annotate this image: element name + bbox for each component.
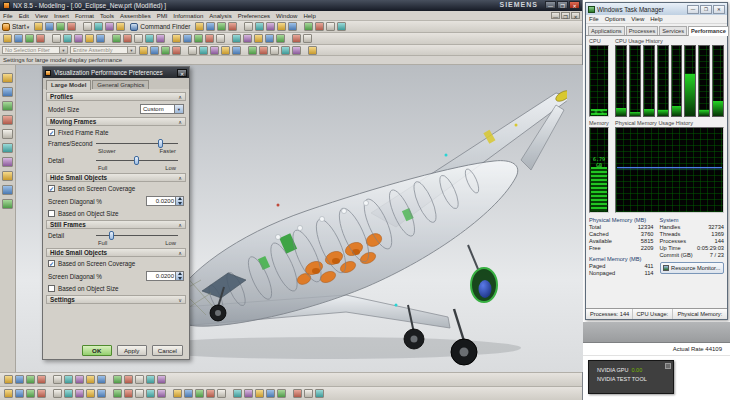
hide-small-still-collapse-icon[interactable]: ∧ bbox=[178, 250, 182, 256]
toolbar-icon[interactable] bbox=[14, 34, 23, 43]
toolbar-icon[interactable] bbox=[308, 46, 317, 55]
toolbar-icon[interactable] bbox=[45, 22, 54, 31]
toolbar-icon[interactable] bbox=[36, 34, 45, 43]
toolbar-icon[interactable] bbox=[206, 389, 215, 398]
toolbar-icon[interactable] bbox=[233, 389, 242, 398]
toolbar-icon[interactable] bbox=[217, 22, 226, 31]
toolbar-icon[interactable] bbox=[15, 389, 24, 398]
toolbar-icon[interactable] bbox=[221, 46, 230, 55]
toolbar-icon[interactable] bbox=[2, 73, 13, 83]
toolbar-icon[interactable] bbox=[2, 157, 13, 167]
toolbar-icon[interactable] bbox=[74, 34, 83, 43]
tm-minimize-button[interactable]: — bbox=[687, 5, 699, 14]
toolbar-icon[interactable] bbox=[2, 129, 13, 139]
still-screen-diagonal-spinner[interactable] bbox=[175, 272, 183, 280]
toolbar-icon[interactable] bbox=[25, 34, 34, 43]
section-still-frames[interactable]: Still Frames ∧ bbox=[46, 220, 186, 229]
task-manager-title-bar[interactable]: Windows Task Manager — ❐ ✕ bbox=[586, 3, 727, 15]
toolbar-icon[interactable] bbox=[281, 46, 290, 55]
toolbar-icon[interactable] bbox=[53, 375, 62, 384]
dialog-title-bar[interactable]: Visualization Performance Preferences ✕ bbox=[43, 67, 189, 78]
still-detail-slider-thumb[interactable] bbox=[109, 231, 114, 240]
command-finder-button[interactable]: Command Finder bbox=[130, 23, 190, 31]
toolbar-icon[interactable] bbox=[146, 375, 155, 384]
toolbar-icon[interactable] bbox=[64, 375, 73, 384]
resource-monitor-button[interactable]: Resource Monitor... bbox=[660, 262, 725, 274]
toolbar-icon[interactable] bbox=[94, 22, 103, 31]
settings-expand-icon[interactable]: ∨ bbox=[178, 297, 182, 303]
toolbar-icon[interactable] bbox=[244, 389, 253, 398]
toolbar-icon[interactable] bbox=[124, 375, 133, 384]
menu-format[interactable]: Format bbox=[72, 13, 97, 19]
toolbar-icon[interactable] bbox=[188, 46, 197, 55]
still-frames-collapse-icon[interactable]: ∧ bbox=[178, 222, 182, 228]
toolbar-icon[interactable] bbox=[304, 22, 313, 31]
toolbar-icon[interactable] bbox=[53, 389, 62, 398]
toolbar-icon[interactable] bbox=[157, 389, 166, 398]
toolbar-icon[interactable] bbox=[97, 375, 106, 384]
tm-menu-options[interactable]: Options bbox=[602, 16, 629, 22]
moving-screen-diagonal-spinner[interactable] bbox=[175, 197, 183, 205]
tm-tab-processes[interactable]: Processes bbox=[626, 26, 659, 35]
still-screen-diagonal-input[interactable]: 0.0200 bbox=[146, 271, 184, 281]
toolbar-icon[interactable] bbox=[184, 389, 193, 398]
toolbar-icon[interactable] bbox=[4, 375, 13, 384]
toolbar-icon[interactable] bbox=[52, 34, 61, 43]
profiles-collapse-icon[interactable]: ∧ bbox=[178, 94, 182, 100]
tm-menu-view[interactable]: View bbox=[628, 16, 647, 22]
toolbar-icon[interactable] bbox=[63, 34, 72, 43]
toolbar-icon[interactable] bbox=[304, 389, 313, 398]
toolbar-icon[interactable] bbox=[156, 34, 165, 43]
toolbar-icon[interactable] bbox=[210, 46, 219, 55]
toolbar-icon[interactable] bbox=[172, 46, 181, 55]
toolbar-icon[interactable] bbox=[161, 46, 170, 55]
still-detail-slider[interactable] bbox=[96, 231, 178, 240]
toolbar-icon[interactable] bbox=[56, 22, 65, 31]
menu-view[interactable]: View bbox=[32, 13, 51, 19]
tab-large-model[interactable]: Large Model bbox=[46, 80, 91, 90]
selection-filter-combo[interactable]: No Selection Filter ▾ bbox=[2, 46, 68, 54]
toolbar-icon[interactable] bbox=[85, 34, 94, 43]
toolbar-icon[interactable] bbox=[255, 22, 264, 31]
toolbar-icon[interactable] bbox=[254, 34, 263, 43]
toolbar-icon[interactable] bbox=[86, 375, 95, 384]
menu-insert[interactable]: Insert bbox=[51, 13, 72, 19]
still-screen-coverage-checkbox[interactable]: ✓ bbox=[48, 260, 55, 267]
toolbar-icon[interactable] bbox=[199, 46, 208, 55]
toolbar-icon[interactable] bbox=[146, 389, 155, 398]
toolbar-icon[interactable] bbox=[205, 34, 214, 43]
toolbar-icon[interactable] bbox=[105, 22, 114, 31]
toolbar-icon[interactable] bbox=[2, 115, 13, 125]
toolbar-icon[interactable] bbox=[248, 46, 257, 55]
selection-scope-combo[interactable]: Entire Assembly ▾ bbox=[70, 46, 136, 54]
menu-information[interactable]: Information bbox=[170, 13, 206, 19]
part-maximize-button[interactable]: ❐ bbox=[561, 12, 570, 19]
toolbar-icon[interactable] bbox=[243, 34, 252, 43]
moving-screen-coverage-checkbox[interactable]: ✓ bbox=[48, 185, 55, 192]
toolbar-icon[interactable] bbox=[86, 389, 95, 398]
tm-close-button[interactable]: ✕ bbox=[713, 5, 725, 14]
toolbar-icon[interactable] bbox=[195, 389, 204, 398]
moving-screen-diagonal-input[interactable]: 0.0200 bbox=[146, 196, 184, 206]
toolbar-icon[interactable] bbox=[216, 34, 225, 43]
tm-tab-performance[interactable]: Performance bbox=[688, 26, 729, 36]
nx-minimize-button[interactable]: — bbox=[545, 1, 556, 9]
toolbar-icon[interactable] bbox=[123, 34, 132, 43]
toolbar-icon[interactable] bbox=[37, 389, 46, 398]
toolbar-icon[interactable] bbox=[3, 34, 12, 43]
toolbar-icon[interactable] bbox=[337, 22, 346, 31]
toolbar-icon[interactable] bbox=[266, 389, 275, 398]
menu-help[interactable]: Help bbox=[300, 13, 318, 19]
frames-per-second-slider-thumb[interactable] bbox=[158, 139, 163, 148]
toolbar-icon[interactable] bbox=[277, 22, 286, 31]
toolbar-icon[interactable] bbox=[172, 34, 181, 43]
moving-detail-slider-thumb[interactable] bbox=[134, 156, 139, 165]
toolbar-icon[interactable] bbox=[293, 389, 302, 398]
menu-edit[interactable]: Edit bbox=[16, 13, 32, 19]
menu-preferences[interactable]: Preferences bbox=[235, 13, 273, 19]
toolbar-icon[interactable] bbox=[315, 389, 324, 398]
cancel-button[interactable]: Cancel bbox=[152, 345, 183, 356]
toolbar-icon[interactable] bbox=[194, 34, 203, 43]
toolbar-icon[interactable] bbox=[206, 22, 215, 31]
ok-button[interactable]: OK bbox=[82, 345, 112, 356]
